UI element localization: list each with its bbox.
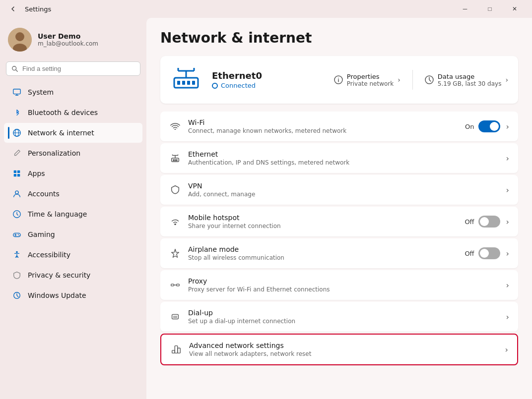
- item-text-airplane: Airplane mode Stop all wireless communic…: [188, 245, 458, 261]
- svg-point-12: [15, 191, 18, 194]
- item-right-advanced: ›: [503, 345, 508, 354]
- sidebar-item-accessibility[interactable]: Accessibility: [4, 245, 142, 265]
- item-right-proxy: ›: [504, 281, 509, 290]
- data-usage-icon: [425, 75, 434, 84]
- toggle-airplane[interactable]: [478, 247, 500, 259]
- svg-rect-20: [177, 81, 180, 85]
- maximize-button[interactable]: □: [478, 2, 501, 16]
- item-sub-wifi: Connect, manage known networks, metered …: [188, 127, 458, 134]
- item-text-advanced: Advanced network settings View all netwo…: [189, 342, 496, 357]
- sidebar-item-bluetooth[interactable]: Bluetooth & devices: [4, 103, 142, 122]
- advanced-icon: [170, 343, 182, 355]
- settings-list: Wi-Fi Connect, manage known networks, me…: [160, 112, 518, 365]
- proxy-icon: [169, 279, 181, 291]
- svg-point-15: [18, 234, 19, 235]
- sidebar-item-time[interactable]: Time & language: [4, 204, 142, 224]
- item-title-hotspot: Mobile hotspot: [188, 214, 458, 222]
- settings-item-dialup[interactable]: Dial-up Set up a dial-up internet connec…: [160, 302, 518, 332]
- chevron-vpn: ›: [506, 185, 509, 195]
- item-sub-ethernet: Authentication, IP and DNS settings, met…: [188, 159, 497, 166]
- chevron-advanced: ›: [505, 345, 508, 354]
- item-right-vpn: ›: [504, 185, 509, 195]
- sidebar-item-system[interactable]: System: [4, 82, 142, 102]
- settings-item-ethernet[interactable]: Ethernet Authentication, IP and DNS sett…: [160, 143, 518, 173]
- svg-point-30: [338, 78, 339, 79]
- svg-rect-22: [187, 81, 190, 85]
- svg-rect-44: [172, 314, 179, 319]
- search-input[interactable]: [22, 65, 135, 72]
- item-right-ethernet: ›: [504, 154, 509, 163]
- item-sub-airplane: Stop all wireless communication: [188, 254, 458, 261]
- item-title-ethernet: Ethernet: [188, 150, 497, 158]
- toggle-knob-airplane: [480, 249, 489, 258]
- item-text-vpn: VPN Add, connect, manage: [188, 182, 497, 198]
- settings-item-proxy[interactable]: Proxy Proxy server for Wi-Fi and Etherne…: [160, 270, 518, 300]
- sidebar-item-apps[interactable]: Apps: [4, 164, 142, 183]
- clock-icon: [12, 209, 22, 219]
- svg-point-1: [15, 32, 24, 41]
- title-bar: Settings ─ □ ✕: [0, 0, 532, 18]
- svg-rect-10: [14, 174, 16, 176]
- settings-item-wifi[interactable]: Wi-Fi Connect, manage known networks, me…: [160, 112, 518, 141]
- chevron-ethernet: ›: [506, 154, 509, 163]
- item-text-proxy: Proxy Proxy server for Wi-Fi and Etherne…: [188, 277, 497, 293]
- svg-rect-4: [13, 89, 20, 94]
- toggle-wifi[interactable]: [478, 120, 500, 132]
- chevron-hotspot: ›: [506, 217, 509, 227]
- svg-rect-23: [192, 81, 195, 85]
- sidebar-item-accounts[interactable]: Accounts: [4, 184, 142, 204]
- hero-action-data-usage[interactable]: Data usage 5.19 GB, last 30 days ›: [425, 73, 508, 87]
- ethernet-hero-card[interactable]: Ethernet0 Connected Properties Private n…: [160, 56, 518, 104]
- user-info: User Demo m_lab@outlook.com: [38, 32, 98, 47]
- gamepad-icon: [12, 229, 22, 239]
- search-box[interactable]: [6, 61, 140, 76]
- sidebar-item-label: Time & language: [28, 210, 87, 218]
- sidebar-item-label: Personalization: [28, 149, 80, 157]
- hotspot-icon: [169, 216, 181, 228]
- network-icon: [12, 128, 22, 138]
- wifi-icon: [169, 120, 181, 132]
- user-profile[interactable]: User Demo m_lab@outlook.com: [0, 22, 146, 59]
- svg-rect-45: [172, 350, 175, 353]
- sidebar-item-label: Accounts: [28, 190, 60, 198]
- sidebar-item-personalization[interactable]: Personalization: [4, 143, 142, 163]
- item-title-advanced: Advanced network settings: [189, 342, 496, 349]
- ethernet-hero-icon: [170, 64, 202, 96]
- item-title-dialup: Dial-up: [188, 309, 497, 317]
- sidebar-item-label: Apps: [28, 170, 45, 177]
- hero-info: Ethernet0 Connected: [212, 70, 324, 89]
- settings-item-vpn[interactable]: VPN Add, connect, manage ›: [160, 175, 518, 205]
- toggle-hotspot[interactable]: [478, 216, 500, 228]
- settings-item-advanced[interactable]: Advanced network settings View all netwo…: [160, 334, 518, 365]
- chevron-airplane: ›: [506, 249, 509, 258]
- close-button[interactable]: ✕: [503, 2, 526, 16]
- item-sub-dialup: Set up a dial-up internet connection: [188, 318, 497, 325]
- sidebar-item-label: Accessibility: [28, 251, 70, 259]
- ethernet-icon: [169, 152, 181, 164]
- sidebar-item-network[interactable]: Network & internet: [4, 123, 142, 143]
- user-email: m_lab@outlook.com: [38, 40, 98, 47]
- svg-rect-33: [173, 159, 174, 161]
- sidebar-item-privacy[interactable]: Privacy & security: [4, 265, 142, 285]
- item-title-proxy: Proxy: [188, 277, 497, 285]
- back-button[interactable]: [6, 2, 20, 16]
- svg-rect-21: [182, 81, 185, 85]
- hero-divider: [412, 70, 413, 90]
- item-text-ethernet: Ethernet Authentication, IP and DNS sett…: [188, 150, 497, 166]
- settings-item-hotspot[interactable]: Mobile hotspot Share your internet conne…: [160, 207, 518, 236]
- dialup-icon: [169, 311, 181, 323]
- info-icon: [334, 75, 343, 84]
- settings-item-airplane[interactable]: Airplane mode Stop all wireless communic…: [160, 238, 518, 268]
- main-content: Network & internet Ethernet0: [146, 18, 532, 399]
- sidebar-item-label: Privacy & security: [28, 271, 90, 279]
- sidebar-item-label: Windows Update: [28, 291, 86, 299]
- svg-rect-11: [17, 174, 20, 176]
- page-title: Network & internet: [160, 30, 518, 46]
- sidebar-item-update[interactable]: Windows Update: [4, 285, 142, 305]
- hero-action-properties[interactable]: Properties Private network ›: [334, 73, 400, 87]
- vpn-icon: [169, 184, 181, 196]
- sidebar-item-gaming[interactable]: Gaming: [4, 225, 142, 244]
- minimize-button[interactable]: ─: [454, 2, 476, 16]
- search-icon: [11, 65, 18, 72]
- toggle-knob-hotspot: [480, 217, 489, 226]
